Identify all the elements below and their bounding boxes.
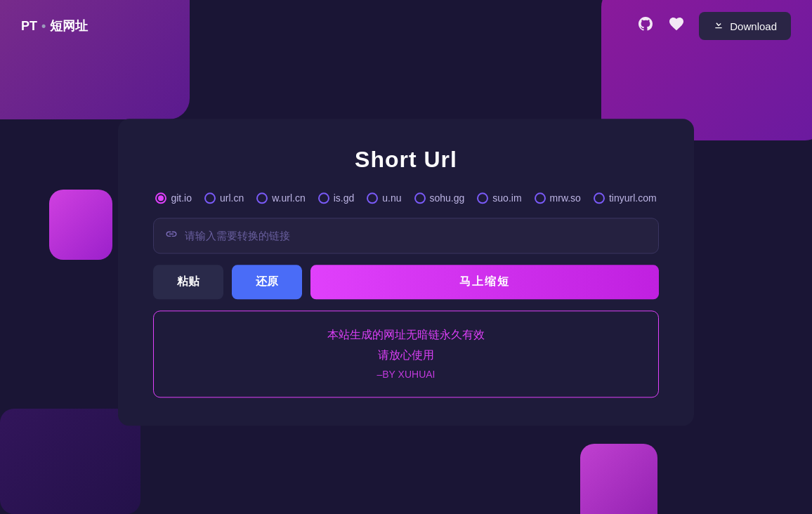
main-card: Short Url git.io url.cn w.url.cn is.gd u…	[118, 119, 694, 426]
radio-w.url.cn[interactable]: w.url.cn	[256, 192, 305, 204]
radio-input-tinyurl.com[interactable]	[594, 192, 605, 204]
radio-label-git.io: git.io	[171, 192, 192, 204]
radio-input-suo.im[interactable]	[477, 192, 488, 204]
paste-button[interactable]: 粘贴	[153, 265, 223, 299]
radio-input-u.nu[interactable]	[367, 192, 378, 204]
radio-tinyurl.com[interactable]: tinyurl.com	[594, 192, 657, 204]
radio-label-tinyurl.com: tinyurl.com	[609, 192, 657, 204]
radio-u.nu[interactable]: u.nu	[367, 192, 401, 204]
radio-input-git.io[interactable]	[155, 192, 166, 204]
radio-label-u.nu: u.nu	[382, 192, 401, 204]
radio-label-mrw.so: mrw.so	[550, 192, 581, 204]
buttons-row: 粘贴 还原 马上缩短	[153, 265, 659, 299]
info-line1: 本站生成的网址无暗链永久有效	[168, 328, 644, 343]
logo-name: 短网址	[50, 18, 88, 34]
radio-sohu.gg[interactable]: sohu.gg	[414, 192, 465, 204]
url-input-wrap	[153, 218, 659, 253]
logo-separator: •	[41, 19, 46, 34]
shorten-button[interactable]: 马上缩短	[310, 265, 659, 299]
link-icon	[165, 228, 178, 244]
info-line3: –BY XUHUAI	[168, 369, 644, 380]
download-label: Download	[730, 20, 777, 32]
radio-label-suo.im: suo.im	[492, 192, 521, 204]
radio-input-url.cn[interactable]	[204, 192, 216, 204]
github-icon[interactable]	[637, 15, 654, 37]
radio-label-url.cn: url.cn	[220, 192, 244, 204]
url-input[interactable]	[185, 218, 647, 253]
radio-git.io[interactable]: git.io	[155, 192, 192, 204]
download-icon	[713, 19, 724, 33]
bg-shape-bottom-right	[580, 444, 657, 514]
logo: PT • 短网址	[21, 18, 88, 34]
radio-is.gd[interactable]: is.gd	[318, 192, 355, 204]
radio-group: git.io url.cn w.url.cn is.gd u.nu sohu.g…	[153, 192, 659, 204]
info-box: 本站生成的网址无暗链永久有效 请放心使用 –BY XUHUAI	[153, 310, 659, 397]
bg-shape-left	[49, 190, 112, 260]
radio-suo.im[interactable]: suo.im	[477, 192, 521, 204]
heart-icon[interactable]	[668, 15, 685, 37]
restore-button[interactable]: 还原	[232, 265, 302, 299]
radio-label-sohu.gg: sohu.gg	[430, 192, 465, 204]
card-title: Short Url	[153, 147, 659, 173]
download-button[interactable]: Download	[699, 12, 791, 40]
radio-input-mrw.so[interactable]	[535, 192, 546, 204]
radio-label-w.url.cn: w.url.cn	[272, 192, 305, 204]
radio-input-is.gd[interactable]	[318, 192, 329, 204]
radio-mrw.so[interactable]: mrw.so	[535, 192, 581, 204]
radio-input-w.url.cn[interactable]	[256, 192, 268, 204]
logo-pt: PT	[21, 19, 37, 34]
header-right: Download	[637, 12, 791, 40]
radio-label-is.gd: is.gd	[334, 192, 355, 204]
radio-url.cn[interactable]: url.cn	[204, 192, 244, 204]
bg-shape-bottom-left	[0, 409, 140, 514]
info-line2: 请放心使用	[168, 348, 644, 363]
radio-input-sohu.gg[interactable]	[414, 192, 426, 204]
header: PT • 短网址 Download	[0, 0, 812, 52]
